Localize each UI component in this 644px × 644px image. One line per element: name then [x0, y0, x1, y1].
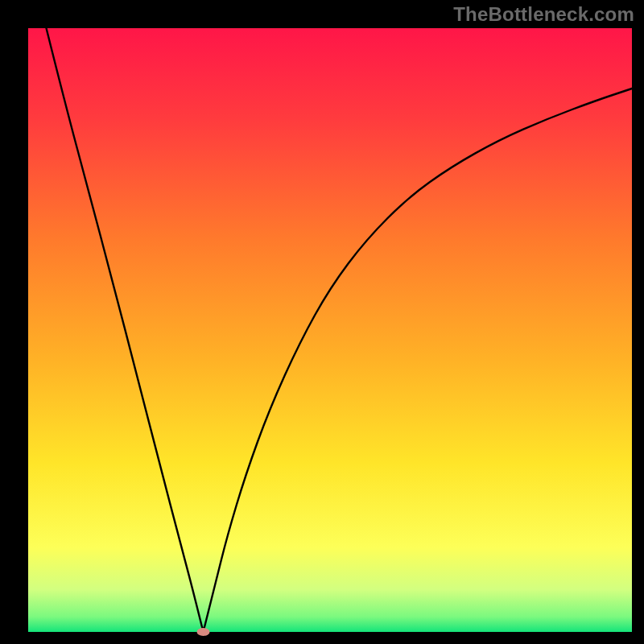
plot-background	[28, 28, 632, 632]
optimal-point-marker	[197, 628, 210, 636]
bottleneck-curve-chart	[0, 0, 644, 644]
chart-frame: TheBottleneck.com	[0, 0, 644, 644]
